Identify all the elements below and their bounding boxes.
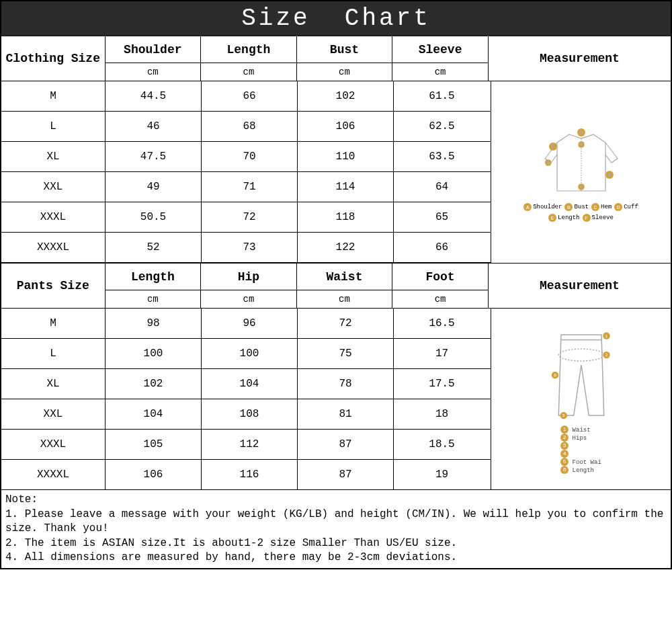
note-heading: Note:: [5, 493, 667, 508]
value-cell: 78: [298, 369, 394, 399]
note-line: 4. All dimensions are measured by hand, …: [5, 551, 667, 565]
col-length: Length cm: [106, 264, 202, 308]
table-row: M98967216.5: [1, 309, 491, 339]
legend-item: 3: [560, 442, 601, 450]
col-hip: Hip cm: [201, 264, 297, 308]
size-chart: Size Chart Clothing Size Shoulder cm Len…: [0, 0, 672, 569]
value-cell: 73: [202, 233, 298, 262]
svg-text:1: 1: [605, 333, 607, 338]
note-line: 1. Please leave a message with your weig…: [5, 508, 667, 536]
table-row: XXL497111464: [1, 172, 491, 202]
legend-item: DCuff: [614, 203, 638, 211]
size-cell: XL: [1, 369, 106, 399]
legend-item: 6 Length: [560, 466, 601, 474]
value-cell: 87: [298, 460, 394, 489]
size-cell: L: [1, 112, 106, 141]
size-cell: XXL: [1, 399, 106, 429]
col-label: Sleeve: [392, 36, 488, 63]
value-cell: 98: [106, 309, 202, 338]
value-cell: 66: [202, 81, 298, 111]
value-cell: 118: [298, 202, 394, 232]
value-cell: 68: [202, 112, 298, 141]
value-cell: 96: [202, 309, 298, 338]
value-cell: 61.5: [394, 81, 490, 111]
value-cell: 72: [298, 309, 394, 338]
table-row: M44.56610261.5: [1, 81, 491, 112]
col-unit: cm: [201, 63, 296, 81]
legend-item: 4: [560, 450, 601, 458]
value-cell: 62.5: [394, 112, 490, 141]
value-cell: 65: [394, 202, 490, 232]
value-cell: 102: [298, 81, 394, 111]
value-cell: 17: [394, 339, 490, 368]
col-shoulder: Shoulder cm: [106, 36, 202, 81]
value-cell: 50.5: [106, 202, 202, 232]
col-sleeve: Sleeve cm: [392, 36, 489, 81]
table-row: L466810662.5: [1, 112, 491, 142]
pants-header-row: Pants Size Length cm Hip cm Waist cm Foo…: [1, 263, 671, 309]
value-cell: 100: [106, 339, 202, 368]
note-line: 2. The item is ASIAN size.It is about1-2…: [5, 536, 667, 551]
value-cell: 18.5: [394, 430, 490, 459]
col-unit: cm: [392, 63, 488, 81]
shirt-diagram: A E F B C D AShoulderBBustCHemDCuffELeng…: [491, 81, 671, 263]
legend-item: 1 Waist: [560, 426, 601, 434]
legend-item: ELength: [548, 214, 579, 222]
value-cell: 100: [202, 339, 298, 368]
size-cell: XXXXL: [1, 460, 106, 489]
pants-body: M98967216.5L1001007517XL1021047817.5XXL1…: [1, 309, 671, 489]
value-cell: 122: [298, 233, 394, 262]
value-cell: 114: [298, 172, 394, 202]
legend-item: FSleeve: [583, 214, 614, 222]
svg-text:E: E: [608, 173, 611, 177]
table-row: XXXXL527312266: [1, 233, 491, 263]
value-cell: 75: [298, 339, 394, 368]
clothing-size-label: Clothing Size: [1, 36, 106, 81]
value-cell: 52: [106, 233, 202, 262]
blank-space: [0, 569, 672, 644]
legend-item: AShoulder: [523, 203, 562, 211]
col-label: Bust: [297, 36, 392, 63]
col-unit: cm: [297, 63, 392, 81]
note-block: Note: 1. Please leave a message with you…: [1, 489, 671, 568]
table-row: XL1021047817.5: [1, 369, 491, 399]
shirt-icon: A E F B C D: [541, 122, 622, 203]
col-unit: cm: [297, 290, 392, 308]
value-cell: 71: [202, 172, 298, 202]
value-cell: 106: [106, 460, 202, 489]
col-label: Length: [201, 36, 296, 63]
col-label: Waist: [297, 264, 392, 290]
value-cell: 116: [202, 460, 298, 489]
value-cell: 72: [202, 202, 298, 232]
clothing-header-row: Clothing Size Shoulder cm Length cm Bust…: [1, 36, 671, 81]
col-label: Hip: [201, 264, 296, 290]
col-label: Length: [106, 264, 201, 290]
value-cell: 49: [106, 172, 202, 202]
value-cell: 17.5: [394, 369, 490, 399]
col-label: Foot: [392, 264, 488, 290]
value-cell: 63.5: [394, 142, 490, 171]
value-cell: 105: [106, 430, 202, 459]
value-cell: 44.5: [106, 81, 202, 111]
table-row: XXXL50.57211865: [1, 202, 491, 233]
svg-text:5: 5: [562, 413, 564, 418]
col-label: Shoulder: [106, 36, 201, 63]
value-cell: 64: [394, 172, 490, 202]
col-unit: cm: [106, 290, 201, 308]
col-foot: Foot cm: [392, 264, 489, 308]
value-cell: 66: [394, 233, 490, 262]
value-cell: 112: [202, 430, 298, 459]
measurement-label: Measurement: [489, 264, 671, 308]
clothing-body: M44.56610261.5L466810662.5XL47.57011063.…: [1, 81, 671, 263]
value-cell: 108: [202, 399, 298, 429]
col-waist: Waist cm: [297, 264, 393, 308]
value-cell: 106: [298, 112, 394, 141]
value-cell: 16.5: [394, 309, 490, 338]
value-cell: 47.5: [106, 142, 202, 171]
col-bust: Bust cm: [297, 36, 393, 81]
col-length: Length cm: [201, 36, 297, 81]
col-unit: cm: [392, 290, 488, 308]
svg-text:2: 2: [605, 353, 607, 358]
size-cell: XXL: [1, 172, 106, 202]
svg-text:F: F: [552, 145, 554, 149]
